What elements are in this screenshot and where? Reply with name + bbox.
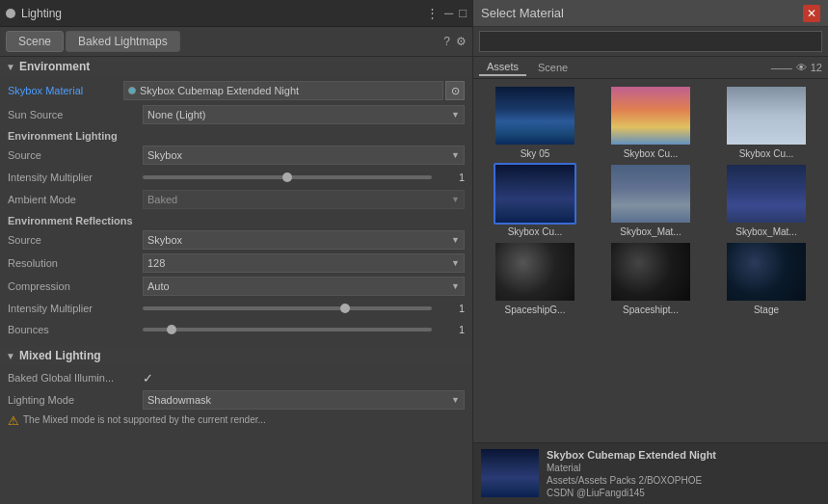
tab-scene[interactable]: Scene <box>6 31 64 52</box>
section-mixed-lighting-content: Baked Global Illumin... ✓ Lighting Mode … <box>0 365 472 432</box>
list-item[interactable]: Skybox Cu... <box>710 85 822 159</box>
section-environment-header[interactable]: ▼ Environment <box>0 57 472 76</box>
tab-scene[interactable]: Scene <box>530 60 575 75</box>
thumbnail-label-skybox-mat1: Skybox_Mat... <box>620 226 681 237</box>
thumbnail-label-skybox-cu2: Skybox Cu... <box>739 148 794 159</box>
maximize-icon[interactable]: □ <box>459 6 467 20</box>
section-mixed-lighting-header[interactable]: ▼ Mixed Lighting <box>0 346 472 365</box>
menu-icon[interactable]: ⋮ <box>426 6 439 20</box>
env-lighting-source-row: Source Skybox ▼ <box>0 144 472 167</box>
env-lighting-source-dropdown[interactable]: Skybox ▼ <box>143 146 465 165</box>
close-button[interactable]: ✕ <box>803 5 820 22</box>
sun-source-dropdown[interactable]: None (Light) ▼ <box>143 105 465 124</box>
panel-dot-icon <box>6 9 15 18</box>
compression-dropdown[interactable]: Auto ▼ <box>143 277 465 296</box>
env-reflections-label: Environment Reflections <box>0 211 472 228</box>
ambient-mode-label: Ambient Mode <box>8 194 143 205</box>
resolution-value: 128 ▼ <box>143 253 465 273</box>
help-icon[interactable]: ? <box>443 35 450 48</box>
title-bar: Lighting ⋮ ─ □ <box>0 0 472 27</box>
env-lighting-source-text: Skybox <box>147 149 182 161</box>
thumbnail-label-spaceship-t: Spaceshipt... <box>623 305 679 315</box>
right-panel-title: Select Material <box>481 6 564 20</box>
right-title-bar: Select Material ✕ <box>473 0 828 27</box>
ambient-mode-row: Ambient Mode Baked ▼ <box>0 188 472 211</box>
section-environment-label: Environment <box>19 60 90 73</box>
lighting-mode-text: Shadowmask <box>147 394 211 406</box>
thumbnail-img-sky05 <box>494 85 576 146</box>
sky-mat2-preview <box>727 165 806 223</box>
env-lighting-source-value: Skybox ▼ <box>143 146 465 165</box>
assets-count: ―― 👁 12 <box>771 62 822 73</box>
sky-selected-preview <box>495 165 574 223</box>
env-reflections-source-row: Source Skybox ▼ <box>0 228 472 252</box>
eye-icon: 👁 <box>796 62 807 73</box>
list-item[interactable]: Sky 05 <box>479 85 591 159</box>
thumbnail-img-stage <box>725 241 808 303</box>
ambient-mode-value: Baked ▼ <box>143 190 465 209</box>
selected-item-sublabel: Material <box>547 463 820 473</box>
search-bar <box>473 27 828 57</box>
thumbnail-grid: Sky 05 Skybox Cu... Skybox Cu... <box>477 83 824 317</box>
thumbnail-label-skybox-mat2: Skybox_Mat... <box>735 226 796 237</box>
bounces-slider[interactable] <box>143 328 432 332</box>
resolution-row: Resolution 128 ▼ <box>0 252 472 275</box>
env-reflections-source-arrow-icon: ▼ <box>451 235 460 245</box>
bounces-row: Bounces 1 <box>0 319 472 340</box>
tab-assets[interactable]: Assets <box>479 59 526 76</box>
selected-item-name: Skybox Cubemap Extended Night <box>547 449 820 461</box>
sphere-dark-blue-preview <box>727 243 806 301</box>
sphere-dark2-preview <box>611 243 690 301</box>
sun-source-row: Sun Source None (Light) ▼ <box>0 103 472 126</box>
bounces-slider-thumb <box>167 325 176 334</box>
compression-text: Auto <box>147 280 170 292</box>
sky-sunset-preview <box>611 87 690 145</box>
baked-gi-checkbox[interactable]: ✓ <box>143 371 153 385</box>
env-lighting-intensity-label: Intensity Multiplier <box>8 172 143 183</box>
settings-icon[interactable]: ⚙ <box>456 35 467 48</box>
env-reflections-intensity-slider-thumb <box>340 304 350 313</box>
list-item[interactable]: Skybox_Mat... <box>710 163 822 237</box>
list-item[interactable]: Spaceshipt... <box>595 241 707 315</box>
thumbnail-label-sky05: Sky 05 <box>521 148 550 159</box>
thumbnail-img-skybox-sunset <box>609 85 692 146</box>
env-reflections-intensity-slider[interactable] <box>143 306 432 310</box>
list-item[interactable]: Skybox_Mat... <box>595 163 707 237</box>
sky-mat1-preview <box>611 165 690 223</box>
env-lighting-intensity-slider[interactable] <box>143 175 432 179</box>
list-item[interactable]: Stage <box>710 241 822 315</box>
env-reflections-source-text: Skybox <box>147 234 182 246</box>
compression-row: Compression Auto ▼ <box>0 275 472 298</box>
warning-row: ⚠ The Mixed mode is not supported by the… <box>0 411 472 430</box>
compression-value: Auto ▼ <box>143 277 465 296</box>
baked-gi-label: Baked Global Illumin... <box>8 372 143 384</box>
list-item[interactable]: SpaceshipG... <box>479 241 591 315</box>
list-item[interactable]: Skybox Cu... <box>595 85 707 159</box>
mixed-lighting-section: ▼ Mixed Lighting Baked Global Illumin...… <box>0 346 472 432</box>
skybox-material-row: Skybox Material Skybox Cubemap Extended … <box>0 78 472 103</box>
search-input[interactable] <box>479 31 822 52</box>
thumbnail-label-skybox-cu1: Skybox Cu... <box>624 148 679 159</box>
env-reflections-source-dropdown[interactable]: Skybox ▼ <box>143 230 465 250</box>
thumbnail-img-skybox-mat2 <box>725 163 808 225</box>
env-lighting-intensity-value: 1 <box>436 172 465 183</box>
thumbnail-label-stage: Stage <box>754 305 779 315</box>
resolution-dropdown[interactable]: 128 ▼ <box>143 253 465 273</box>
skybox-material-select-btn[interactable]: ⊙ <box>445 81 465 100</box>
selected-item-credit: CSDN @LiuFangdi145 <box>547 488 820 498</box>
list-item[interactable]: Skybox Cu... <box>479 163 591 237</box>
mixed-lighting-arrow-icon: ▼ <box>6 351 15 361</box>
tabs-bar: Scene Baked Lightmaps ? ⚙ <box>0 27 472 57</box>
env-lighting-intensity-row: Intensity Multiplier 1 <box>0 167 472 188</box>
selected-thumb-row: Skybox Cubemap Extended Night Material A… <box>481 449 820 498</box>
thumbnail-img-skybox-mat1 <box>609 163 692 225</box>
bounces-value: 1 <box>436 324 465 335</box>
tab-baked-lightmaps[interactable]: Baked Lightmaps <box>66 31 180 52</box>
lighting-mode-dropdown[interactable]: Shadowmask ▼ <box>143 390 465 410</box>
title-bar-controls: ⋮ ─ □ <box>426 6 467 20</box>
env-reflections-intensity-row: Intensity Multiplier 1 <box>0 298 472 319</box>
sun-source-arrow-icon: ▼ <box>451 110 460 119</box>
ambient-mode-dropdown[interactable]: Baked ▼ <box>143 190 465 209</box>
warning-icon: ⚠ <box>8 413 19 428</box>
minimize-icon[interactable]: ─ <box>444 6 453 20</box>
